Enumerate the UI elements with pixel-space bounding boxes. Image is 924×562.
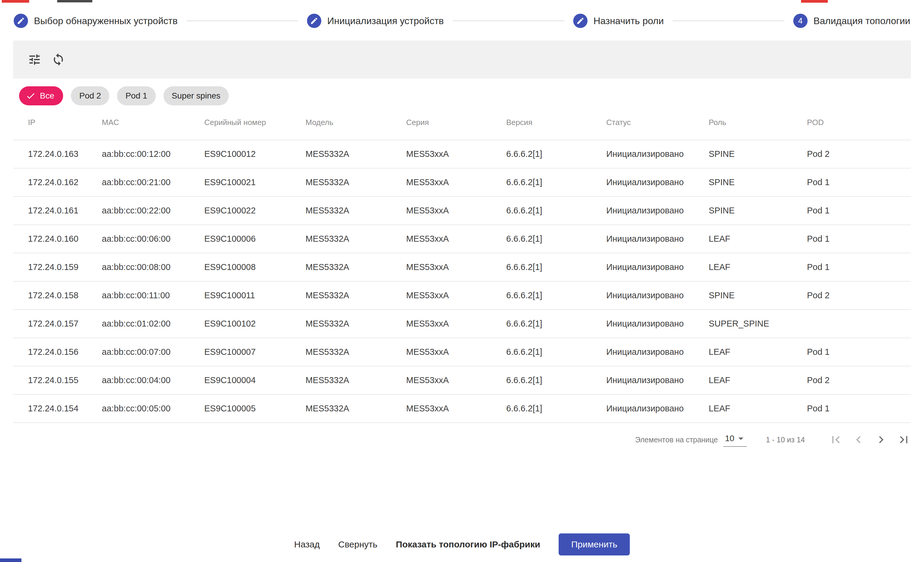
step-assign-roles[interactable]: Назначить роли [573, 14, 664, 28]
cell-status: Инициализировано [606, 196, 709, 225]
chip-label: Super spines [172, 91, 220, 100]
table-row: 172.24.0.163aa:bb:cc:00:12:00ES9C100012M… [13, 140, 911, 168]
table-row: 172.24.0.160aa:bb:cc:00:06:00ES9C100006M… [13, 225, 911, 253]
cell-role: SPINE [709, 196, 807, 225]
clipped-fragment-bottom-left [0, 558, 21, 562]
cell-mac: aa:bb:cc:00:04:00 [102, 366, 204, 394]
cell-mac: aa:bb:cc:00:22:00 [102, 196, 204, 225]
cell-pod: Pod 2 [807, 281, 911, 310]
cell-serial: ES9C100006 [204, 225, 306, 253]
chip-pod-2[interactable]: Pod 2 [71, 86, 109, 105]
cell-mac: aa:bb:cc:00:07:00 [102, 338, 204, 366]
cell-series: MES53xxA [406, 196, 506, 225]
clipped-fragment-top-left [2, 0, 29, 3]
cell-mac: aa:bb:cc:00:21:00 [102, 168, 204, 196]
cell-serial: ES9C100022 [204, 196, 306, 225]
cell-version: 6.6.6.2[1] [506, 310, 606, 338]
items-per-page-value: 10 [725, 434, 734, 443]
column-header-model: Модель [306, 105, 406, 140]
cell-mac: aa:bb:cc:00:08:00 [102, 253, 204, 281]
cell-model: MES5332A [306, 168, 406, 196]
cell-serial: ES9C100004 [204, 366, 306, 394]
refresh-sync-icon[interactable] [51, 52, 66, 67]
footer-actions: Назад Свернуть Показать топологию IP-фаб… [0, 534, 924, 556]
cell-role: SPINE [709, 281, 807, 310]
chip-label: Pod 1 [125, 91, 147, 100]
edit-pencil-icon [14, 14, 28, 28]
back-button[interactable]: Назад [294, 540, 320, 550]
cell-mac: aa:bb:cc:00:12:00 [102, 140, 204, 168]
table-row: 172.24.0.156aa:bb:cc:00:07:00ES9C100007M… [13, 338, 911, 366]
cell-model: MES5332A [306, 394, 406, 423]
devices-table: IP MAC Серийный номер Модель Серия Верси… [13, 105, 911, 423]
cell-series: MES53xxA [406, 366, 506, 394]
step-topology-validation[interactable]: 4 Валидация топологии [793, 14, 910, 28]
chip-pod-1[interactable]: Pod 1 [117, 86, 156, 105]
table-header-row: IP MAC Серийный номер Модель Серия Верси… [13, 105, 911, 140]
column-header-pod: POD [807, 105, 911, 140]
device-table-body: 172.24.0.163aa:bb:cc:00:12:00ES9C100012M… [13, 140, 911, 423]
cell-ip: 172.24.0.162 [13, 168, 102, 196]
table-row: 172.24.0.162aa:bb:cc:00:21:00ES9C100021M… [13, 168, 911, 196]
cell-serial: ES9C100012 [204, 140, 306, 168]
clipped-fragment-top-middle [57, 0, 92, 2]
cell-version: 6.6.6.2[1] [506, 338, 606, 366]
last-page-icon[interactable] [897, 433, 911, 447]
chip-super-spines[interactable]: Super spines [164, 86, 229, 105]
cell-pod: Pod 1 [807, 338, 911, 366]
cell-status: Инициализировано [606, 168, 709, 196]
filter-tune-icon[interactable] [27, 52, 42, 67]
cell-role: SPINE [709, 168, 807, 196]
cell-version: 6.6.6.2[1] [506, 196, 606, 225]
cell-model: MES5332A [306, 196, 406, 225]
cell-serial: ES9C100102 [204, 310, 306, 338]
clipped-fragment-top-right [801, 0, 828, 3]
cell-mac: aa:bb:cc:00:06:00 [102, 225, 204, 253]
cell-series: MES53xxA [406, 310, 506, 338]
cell-ip: 172.24.0.154 [13, 394, 102, 423]
cell-serial: ES9C100021 [204, 168, 306, 196]
cell-status: Инициализировано [606, 140, 709, 168]
cell-ip: 172.24.0.156 [13, 338, 102, 366]
chevron-left-icon[interactable] [851, 433, 866, 447]
cell-pod [807, 310, 911, 338]
table-row: 172.24.0.154aa:bb:cc:00:05:00ES9C100005M… [13, 394, 911, 423]
cell-series: MES53xxA [406, 168, 506, 196]
step-connector [186, 21, 298, 21]
checkmark-icon [26, 91, 36, 101]
cell-pod: Pod 1 [807, 253, 911, 281]
step-label: Назначить роли [594, 15, 664, 27]
cell-ip: 172.24.0.158 [13, 281, 102, 310]
cell-role: LEAF [709, 366, 807, 394]
cell-role: LEAF [709, 338, 807, 366]
collapse-button[interactable]: Свернуть [338, 540, 378, 550]
step-number-badge: 4 [793, 14, 808, 28]
cell-pod: Pod 1 [807, 225, 911, 253]
cell-mac: aa:bb:cc:00:11:00 [102, 281, 204, 310]
step-select-discovered-devices[interactable]: Выбор обнаруженных устройств [14, 14, 177, 28]
show-topology-button[interactable]: Показать топологию IP-фабрики [396, 540, 540, 550]
cell-model: MES5332A [306, 225, 406, 253]
apply-button[interactable]: Применить [559, 534, 630, 556]
step-label: Валидация топологии [813, 15, 910, 27]
column-header-role: Роль [709, 105, 807, 140]
cell-mac: aa:bb:cc:00:05:00 [102, 394, 204, 423]
step-connector [453, 21, 564, 21]
table-toolbar [13, 40, 911, 79]
first-page-icon[interactable] [829, 433, 843, 447]
chevron-right-icon[interactable] [874, 433, 888, 447]
cell-status: Инициализировано [606, 281, 709, 310]
cell-model: MES5332A [306, 140, 406, 168]
cell-version: 6.6.6.2[1] [506, 225, 606, 253]
step-device-initialization[interactable]: Инициализация устройств [307, 14, 444, 28]
cell-status: Инициализировано [606, 310, 709, 338]
column-header-series: Серия [406, 105, 506, 140]
cell-pod: Pod 2 [807, 366, 911, 394]
chip-all[interactable]: Все [19, 86, 63, 105]
cell-series: MES53xxA [406, 225, 506, 253]
column-header-mac: MAC [102, 105, 204, 140]
cell-model: MES5332A [306, 281, 406, 310]
items-per-page-select[interactable]: 10 [723, 433, 747, 447]
cell-version: 6.6.6.2[1] [506, 394, 606, 423]
pod-filter-chips: Все Pod 2 Pod 1 Super spines [19, 86, 911, 105]
